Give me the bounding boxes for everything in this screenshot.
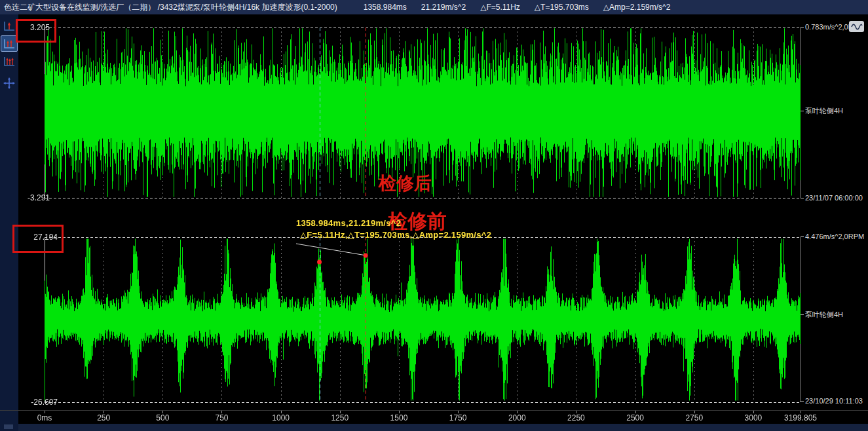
- readout-delta-t: △T=195.703ms: [535, 3, 589, 12]
- x-tick-label-2: 500: [136, 413, 189, 422]
- x-tick-label-12: 3000: [727, 413, 780, 422]
- cursor-annotation-line2: △F=5.11Hz,△T=195.703ms,△Amp=2.159m/s^2: [300, 230, 491, 240]
- cursor-readouts: 1358.984ms 21.219m/s^2 △F=5.11Hz △T=195.…: [364, 3, 671, 12]
- pan-tool-button[interactable]: [1, 75, 18, 91]
- double-cursor-icon: [3, 38, 16, 50]
- plot2-ymin-label: -26.607: [16, 398, 58, 407]
- x-tick-label-5: 1250: [314, 413, 366, 422]
- x-tick-label-13: 3199.805: [774, 413, 827, 422]
- x-tick-label-10: 2500: [609, 413, 662, 422]
- waveform-plot-before-repair[interactable]: [45, 226, 801, 413]
- readout-amplitude: 21.219m/s^2: [421, 3, 466, 12]
- waveform-view-button[interactable]: [849, 21, 864, 32]
- multi-cursor-tool-button[interactable]: [1, 53, 18, 69]
- x-tick-label-3: 750: [195, 413, 248, 422]
- annotation-after-repair: 检修后: [379, 172, 432, 195]
- breadcrumb-path: 色连二矿大型设备在线监测/洗选厂（二期） /3432煤泥泵/泵叶轮侧4H/16k…: [0, 2, 337, 13]
- plot2-timestamp-label: 23/10/29 10:11:03: [801, 397, 863, 405]
- x-tick-label-9: 2250: [550, 413, 602, 422]
- axis-tick: [801, 198, 804, 198]
- x-tick-label-1: 250: [77, 413, 130, 422]
- plot2-channel-label: 泵叶轮侧4H: [801, 310, 843, 320]
- cursor-annotation-line1: 1358.984ms,21.219m/s^2: [296, 218, 401, 228]
- bottom-scrollbar[interactable]: [18, 424, 868, 431]
- readout-time: 1358.984ms: [364, 3, 407, 12]
- multi-cursor-icon: [3, 56, 16, 67]
- x-tick-label-7: 1750: [432, 413, 484, 422]
- tool-sidebar: [0, 14, 18, 431]
- x-tick-label-8: 2000: [491, 413, 543, 422]
- title-bar: 色连二矿大型设备在线监测/洗选厂（二期） /3432煤泥泵/泵叶轮侧4H/16k…: [0, 0, 868, 14]
- sine-wave-icon: [851, 23, 863, 31]
- readout-delta-amp: △Amp=2.159m/s^2: [603, 3, 671, 12]
- plot1-timestamp-label: 23/11/07 06:00:00: [801, 194, 863, 202]
- axis-tick: [801, 314, 804, 315]
- highlight-box-plot1-ymax: [16, 19, 56, 43]
- axis-tick: [801, 236, 804, 237]
- x-tick-label-11: 2750: [668, 413, 721, 422]
- readout-delta-f: △F=5.11Hz: [480, 3, 520, 12]
- highlight-box-plot2-ymax: [12, 225, 64, 253]
- x-axis: 0ms2505007501000125015001750200022502500…: [0, 410, 868, 424]
- x-tick-label-0: 0ms: [18, 413, 71, 422]
- pan-icon: [3, 77, 16, 90]
- axis-tick: [801, 27, 804, 28]
- plot2-cursor-value-label: 4.476m/s^2,0RPM: [801, 233, 864, 240]
- x-tick-label-6: 1500: [373, 413, 425, 422]
- vibration-monitor-window: 色连二矿大型设备在线监测/洗选厂（二期） /3432煤泥泵/泵叶轮侧4H/16k…: [0, 0, 868, 431]
- plot1-channel-label: 泵叶轮侧4H: [801, 106, 843, 116]
- plot1-ymin-label: -3.291: [7, 193, 50, 202]
- sidebar-grip[interactable]: [4, 424, 13, 429]
- axis-tick: [801, 111, 804, 111]
- axis-tick: [801, 401, 804, 402]
- x-tick-label-4: 1000: [255, 413, 307, 422]
